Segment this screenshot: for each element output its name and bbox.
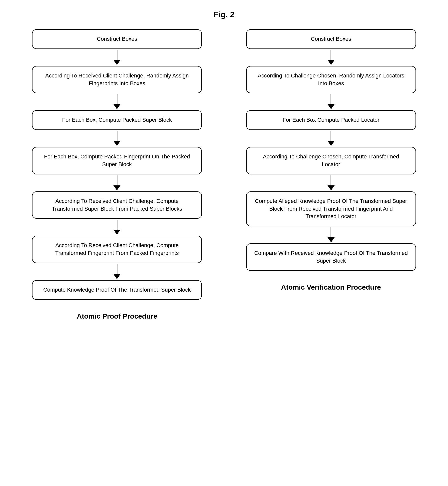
figure-title: Fig. 2 (214, 10, 235, 19)
left-step-0: Construct Boxes (32, 29, 202, 49)
left-step-2: For Each Box, Compute Packed Super Block (32, 110, 202, 130)
arrow-4 (113, 175, 120, 190)
right-step-5: Compare With Received Knowledge Proof Of… (246, 243, 416, 271)
right-step-2: For Each Box Compute Packed Locator (246, 110, 416, 130)
left-step-6: Compute Knowledge Proof Of The Transform… (32, 280, 202, 300)
arrow-1 (113, 50, 120, 65)
right-step-1: According To Challenge Chosen, Randomly … (246, 66, 416, 93)
arrow-2 (113, 94, 120, 109)
arrow-3 (113, 131, 120, 146)
diagrams-container: Construct Boxes According To Received Cl… (0, 29, 448, 320)
left-step-3: For Each Box, Compute Packed Fingerprint… (32, 147, 202, 174)
right-arrow-2 (328, 94, 335, 109)
left-label: Atomic Proof Procedure (77, 312, 157, 320)
right-arrow-3 (328, 131, 335, 146)
arrow-5 (113, 220, 120, 235)
left-diagram: Construct Boxes According To Received Cl… (19, 29, 214, 320)
right-label: Atomic Verification Procedure (281, 283, 381, 291)
right-arrow-4 (328, 175, 335, 190)
arrow-6 (113, 264, 120, 279)
left-step-1: According To Received Client Challenge, … (32, 66, 202, 93)
right-step-0: Construct Boxes (246, 29, 416, 49)
right-arrow-1 (328, 50, 335, 65)
right-step-4: Compute Alleged Knowledge Proof Of The T… (246, 191, 416, 226)
right-step-3: According To Challenge Chosen, Compute T… (246, 147, 416, 174)
right-diagram: Construct Boxes According To Challenge C… (234, 29, 429, 320)
left-step-5: According To Received Client Challenge, … (32, 236, 202, 263)
right-arrow-5 (328, 227, 335, 242)
left-step-4: According To Received Client Challenge, … (32, 191, 202, 219)
